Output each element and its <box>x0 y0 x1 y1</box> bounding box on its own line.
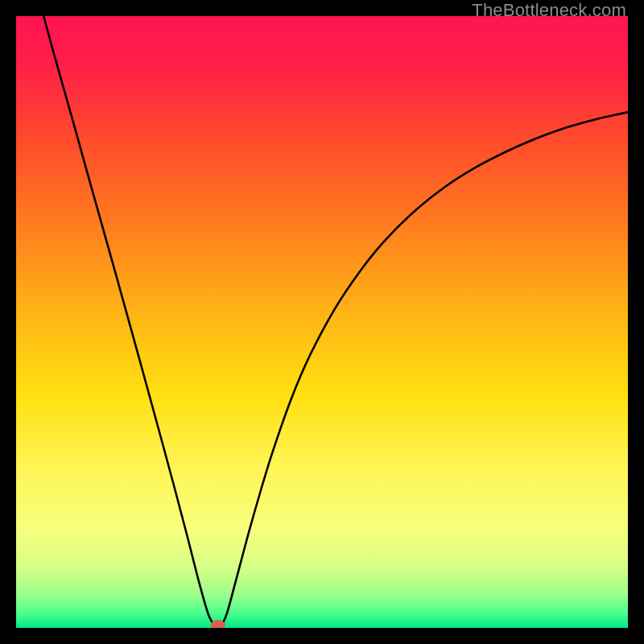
chart-frame <box>16 16 628 628</box>
watermark-text: TheBottleneck.com <box>472 0 626 21</box>
gradient-background <box>16 16 628 628</box>
bottleneck-chart <box>16 16 628 628</box>
